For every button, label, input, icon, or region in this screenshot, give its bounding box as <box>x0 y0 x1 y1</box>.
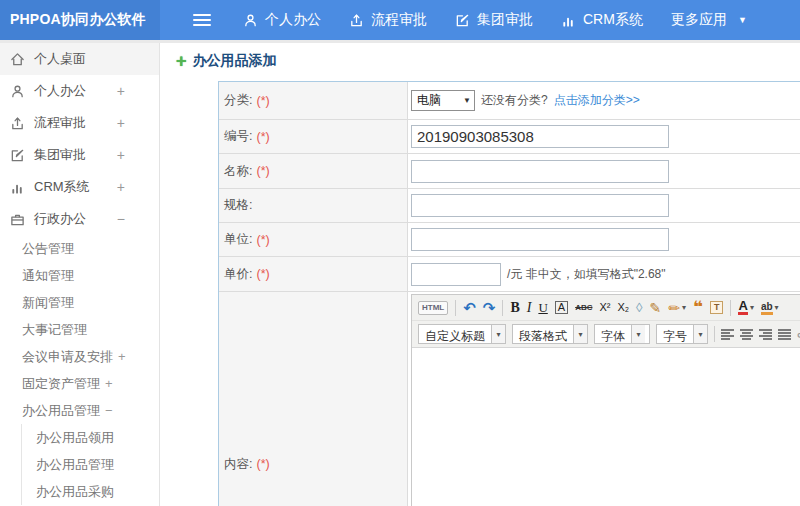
sidebar-item-label: 集团审批 <box>34 146 86 164</box>
send-icon <box>349 13 364 28</box>
submenu-item-notices[interactable]: 通知管理 <box>0 262 159 289</box>
custom-heading-select[interactable]: 自定义标题▾ <box>418 324 506 344</box>
required-mark: (*) <box>256 233 269 247</box>
nav-process-approval[interactable]: 流程审批 <box>349 11 427 29</box>
field-label: 内容: <box>224 456 252 473</box>
color-pen-button[interactable]: ✏▾ <box>668 301 686 315</box>
submenu-item-office-supplies[interactable]: 办公用品管理− <box>0 397 159 424</box>
editor-content-area[interactable] <box>412 348 800 506</box>
submenu-item-fixed-assets[interactable]: 固定资产管理+ <box>0 370 159 397</box>
format-brush-button[interactable]: ✎ <box>650 301 662 315</box>
sidebar-item-label: CRM系统 <box>34 178 90 196</box>
nav-more-apps[interactable]: 更多应用 ▼ <box>671 11 747 29</box>
nav-crm-system[interactable]: CRM系统 <box>561 11 643 29</box>
price-format-hint: /元 非中文，如填写格式"2.68" <box>507 266 666 283</box>
sidebar-item-group-approval[interactable]: 集团审批 + <box>0 139 159 171</box>
nav-personal-office[interactable]: 个人办公 <box>243 11 321 29</box>
table-button[interactable]: T <box>710 301 724 314</box>
blockquote-button[interactable]: ❝ <box>693 303 703 313</box>
bar-chart-icon <box>561 13 576 28</box>
submenu-item-supplies-purchase[interactable]: 办公用品采购 <box>22 478 159 505</box>
sidebar-item-label: 个人办公 <box>34 82 86 100</box>
top-nav: 个人办公 流程审批 集团审批 CRM系统 更多应用 ▼ <box>243 11 747 29</box>
expand-toggle[interactable]: + <box>117 115 125 131</box>
spec-input[interactable] <box>411 194 669 217</box>
font-color-button[interactable]: A▾ <box>738 300 753 315</box>
submenu-item-news[interactable]: 新闻管理 <box>0 289 159 316</box>
align-left-button[interactable] <box>721 329 734 340</box>
italic-button[interactable]: I <box>527 301 532 315</box>
field-label: 规格: <box>224 197 252 214</box>
main-content: + 办公用品添加 分类:(*) 电脑 ▼ 还没有分类? 点击添加分类>> 编号:… <box>160 43 800 506</box>
font-style-button[interactable]: A <box>555 301 568 314</box>
sidebar-item-label: 个人桌面 <box>34 50 86 68</box>
font-size-select[interactable]: 字号▾ <box>656 324 708 344</box>
home-icon <box>10 52 25 67</box>
form-row-unit: 单位:(*) <box>219 222 800 256</box>
code-input[interactable] <box>411 125 669 148</box>
highlight-icon: ab <box>761 301 773 315</box>
sidebar-item-personal-office[interactable]: 个人办公 + <box>0 75 159 107</box>
submenu-item-announcements[interactable]: 公告管理 <box>0 235 159 262</box>
subscript-button[interactable]: X₂ <box>617 302 629 313</box>
html-source-button[interactable]: HTML <box>418 301 448 315</box>
caret-down-icon: ▾ <box>573 325 587 343</box>
briefcase-icon <box>10 212 25 227</box>
sidebar-item-admin-office[interactable]: 行政办公 − <box>0 203 159 235</box>
caret-down-icon: ▾ <box>631 325 645 343</box>
toolbar-separator <box>502 300 503 316</box>
add-category-link[interactable]: 点击添加分类>> <box>554 92 640 109</box>
undo-button[interactable]: ↶ <box>463 300 476 315</box>
required-mark: (*) <box>256 267 269 281</box>
field-label: 分类: <box>224 92 252 109</box>
bold-button[interactable]: B <box>510 301 519 315</box>
category-select[interactable]: 电脑 ▼ <box>411 90 475 111</box>
field-label: 单价: <box>224 266 252 283</box>
expand-toggle[interactable]: + <box>117 179 125 195</box>
highlight-color-button[interactable]: ab▾ <box>761 301 779 315</box>
align-justify-button[interactable] <box>778 329 791 340</box>
caret-down-icon: ▾ <box>750 304 754 312</box>
sidebar-item-personal-desktop[interactable]: 个人桌面 <box>0 43 159 75</box>
nav-group-approval[interactable]: 集团审批 <box>455 11 533 29</box>
toolbar-separator <box>714 326 715 342</box>
superscript-button[interactable]: X² <box>599 302 610 313</box>
editor-toolbar-row2: 自定义标题▾ 段落格式▾ 字体▾ 字号▾ ∞ <box>412 321 800 348</box>
required-mark: (*) <box>256 94 269 108</box>
expand-toggle[interactable]: + <box>117 83 125 99</box>
sidebar-item-process-approval[interactable]: 流程审批 + <box>0 107 159 139</box>
sidebar-item-crm-system[interactable]: CRM系统 + <box>0 171 159 203</box>
app-logo[interactable]: PHPOA协同办公软件 <box>0 0 160 40</box>
eraser-button[interactable]: ◊ <box>636 301 642 314</box>
supplies-submenu: 办公用品领用 办公用品管理 办公用品采购 <box>21 424 159 505</box>
submenu-item-meetings[interactable]: 会议申请及安排+ <box>0 343 159 370</box>
font-color-icon: A <box>738 300 747 315</box>
caret-down-icon: ▼ <box>463 96 471 105</box>
submenu-item-supplies-management[interactable]: 办公用品管理 <box>22 451 159 478</box>
user-icon <box>10 84 25 99</box>
hamburger-menu-icon[interactable] <box>193 11 211 29</box>
admin-submenu: 公告管理 通知管理 新闻管理 大事记管理 会议申请及安排+ 固定资产管理+ 办公… <box>0 235 159 424</box>
paragraph-format-select[interactable]: 段落格式▾ <box>512 324 588 344</box>
underline-button[interactable]: U <box>538 301 547 314</box>
unit-input[interactable] <box>411 228 669 251</box>
strikethrough-button[interactable]: ABC <box>575 304 592 312</box>
price-input[interactable] <box>411 263 501 286</box>
sidebar: 个人桌面 个人办公 + 流程审批 + 集团审批 + CRM系统 + 行政办公 −… <box>0 43 160 506</box>
redo-button[interactable]: ↷ <box>483 300 496 315</box>
align-center-button[interactable] <box>740 329 753 340</box>
submenu-item-memorabilia[interactable]: 大事记管理 <box>0 316 159 343</box>
name-input[interactable] <box>411 160 669 183</box>
collapse-toggle[interactable]: − <box>117 211 125 227</box>
expand-toggle[interactable]: + <box>117 147 125 163</box>
editor-toolbar-row1: HTML ↶ ↷ B I U A ABC X² X₂ ◊ ✎ <box>412 295 800 321</box>
user-icon <box>243 13 258 28</box>
font-family-select[interactable]: 字体▾ <box>594 324 650 344</box>
form-row-code: 编号:(*) <box>219 119 800 153</box>
align-right-button[interactable] <box>759 329 772 340</box>
expand-toggle: + <box>105 376 113 391</box>
expand-toggle: + <box>118 349 126 364</box>
submenu-item-supplies-requisition[interactable]: 办公用品领用 <box>22 424 159 451</box>
page-title-text: 办公用品添加 <box>193 52 277 70</box>
caret-down-icon: ▾ <box>491 325 505 343</box>
